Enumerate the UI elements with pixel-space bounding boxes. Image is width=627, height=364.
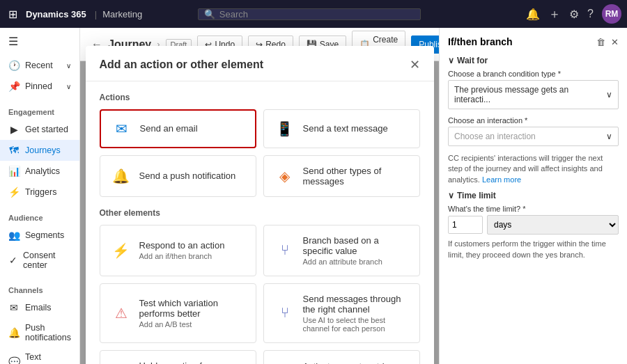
module-name: Marketing bbox=[102, 9, 142, 19]
modal-card-send-other[interactable]: ◈ Send other types of messages bbox=[263, 155, 420, 197]
modal-card-hold-action[interactable]: ⏱ Hold an action for a specific time Add… bbox=[100, 350, 256, 365]
modal-card-right-channel[interactable]: ⑂ Send messages through the right channe… bbox=[263, 283, 420, 343]
actions-section-label: Actions bbox=[100, 93, 420, 102]
content-area: ← Journey › Draft ↩ Undo ↪ Redo 💾 Save 📋 bbox=[80, 28, 439, 364]
pinned-icon: 📌 bbox=[8, 81, 20, 92]
hold-action-text: Hold an action for a specific time Add a… bbox=[139, 361, 245, 365]
help-icon[interactable]: ? bbox=[587, 8, 594, 20]
respond-action-icon: ⚡ bbox=[111, 242, 131, 259]
search-box[interactable]: 🔍 bbox=[198, 8, 421, 20]
sidebar-label-journeys: Journeys bbox=[25, 145, 61, 155]
sidebar: ☰ 🕐 Recent ∨ 📌 Pinned ∨ Engagement ▶ Get… bbox=[0, 28, 80, 364]
sms-card-label: Send a text message bbox=[303, 123, 388, 134]
sidebar-item-triggers[interactable]: ⚡ Triggers bbox=[0, 182, 79, 203]
sidebar-item-pinned[interactable]: 📌 Pinned ∨ bbox=[0, 76, 79, 97]
modal-card-send-sms[interactable]: 📱 Send a text message bbox=[263, 109, 420, 148]
search-input[interactable] bbox=[219, 9, 415, 19]
sidebar-label-pinned: Pinned bbox=[25, 81, 52, 91]
segments-icon: 👥 bbox=[8, 230, 20, 241]
settings-icon[interactable]: ⚙ bbox=[569, 8, 579, 21]
branch-value-sublabel: Add an attribute branch bbox=[303, 258, 408, 266]
actions-grid: ✉ Send an email 📱 Send a text message 🔔 … bbox=[100, 109, 420, 197]
branch-condition-chevron: ∨ bbox=[606, 90, 612, 100]
search-icon: 🔍 bbox=[204, 9, 215, 19]
other-card-label: Send other types of messages bbox=[303, 166, 408, 187]
branch-value-icon: ⑂ bbox=[275, 242, 295, 258]
bell-icon[interactable]: 🔔 bbox=[526, 8, 540, 21]
interaction-placeholder: Choose an interaction bbox=[454, 132, 536, 141]
modal-close-button[interactable]: ✕ bbox=[410, 57, 420, 72]
top-nav: ⊞ Dynamics 365 | Marketing 🔍 🔔 ＋ ⚙ ? RM bbox=[0, 0, 627, 28]
other-elements-section-label: Other elements bbox=[100, 208, 420, 218]
right-panel-header: If/then branch 🗑 ✕ bbox=[448, 36, 619, 47]
time-limit-section: ∨ Time limit bbox=[448, 191, 619, 200]
learn-more-link[interactable]: Learn more bbox=[482, 175, 521, 184]
info-text-content: CC recipients' interactions will trigger… bbox=[448, 154, 603, 184]
info-text: CC recipients' interactions will trigger… bbox=[448, 153, 619, 185]
app-grid-icon[interactable]: ⊞ bbox=[6, 5, 20, 24]
branch-value-label: Branch based on a specific value bbox=[303, 235, 408, 256]
branch-condition-dropdown[interactable]: The previous message gets an interacti..… bbox=[448, 80, 619, 109]
test-variation-icon: ⚠ bbox=[111, 305, 131, 322]
interaction-dropdown[interactable]: Choose an interaction ∨ bbox=[448, 127, 619, 146]
other-card-icon: ◈ bbox=[275, 168, 295, 184]
right-panel: If/then branch 🗑 ✕ ∨ Wait for Choose a b… bbox=[439, 28, 627, 364]
hamburger-icon[interactable]: ☰ bbox=[0, 28, 79, 55]
sidebar-item-emails[interactable]: ✉ Emails bbox=[0, 297, 79, 318]
right-channel-sublabel: Use AI to select the best channel for ea… bbox=[303, 316, 408, 333]
modal-body: Actions ✉ Send an email 📱 Send a text me… bbox=[86, 81, 434, 365]
chevron-wait: ∨ bbox=[448, 56, 454, 65]
push-card-icon: 🔔 bbox=[111, 168, 131, 184]
email-card-icon: ✉ bbox=[112, 120, 132, 137]
sidebar-item-get-started[interactable]: ▶ Get started bbox=[0, 119, 79, 140]
sidebar-label-emails: Emails bbox=[25, 303, 52, 312]
avatar[interactable]: RM bbox=[602, 4, 621, 24]
time-limit-input[interactable] bbox=[448, 216, 483, 234]
close-panel-icon[interactable]: ✕ bbox=[611, 37, 619, 47]
app-name: Dynamics 365 bbox=[26, 9, 86, 19]
branch-condition-field-label: Choose a branch condition type * bbox=[448, 70, 619, 78]
push-icon: 🔔 bbox=[8, 327, 20, 338]
right-channel-label: Send messages through the right channel bbox=[303, 294, 408, 315]
push-card-label: Send a push notification bbox=[139, 171, 236, 181]
section-label-engagement: Engagement bbox=[0, 102, 79, 119]
sidebar-item-sms[interactable]: 💬 Text messages bbox=[0, 347, 79, 364]
modal-card-branch-value[interactable]: ⑂ Branch based on a specific value Add a… bbox=[263, 225, 420, 276]
recent-icon: 🕐 bbox=[8, 60, 20, 71]
custom-trigger-label: Activate a custom trigger bbox=[303, 361, 408, 364]
sidebar-label-consent: Consent center bbox=[23, 251, 71, 270]
right-channel-icon: ⑂ bbox=[275, 305, 295, 321]
chevron-icon: ∨ bbox=[66, 62, 71, 70]
sidebar-item-push[interactable]: 🔔 Push notifications bbox=[0, 318, 79, 347]
modal-header: Add an action or other element ✕ bbox=[86, 46, 434, 81]
right-panel-title: If/then branch bbox=[448, 36, 513, 47]
sidebar-item-journeys[interactable]: 🗺 Journeys bbox=[0, 140, 79, 161]
test-variation-text: Test which variation performs better Add… bbox=[139, 298, 245, 329]
modal-title: Add an action or other element bbox=[100, 58, 264, 71]
sidebar-item-analytics[interactable]: 📊 Analytics bbox=[0, 161, 79, 182]
modal-card-custom-trigger[interactable]: ⑂ Activate a custom trigger Trigger jour… bbox=[263, 350, 420, 365]
modal-card-respond-action[interactable]: ⚡ Respond to an action Add an if/then br… bbox=[100, 225, 256, 276]
hold-action-label: Hold an action for a specific time bbox=[139, 361, 245, 365]
sidebar-item-consent[interactable]: ✓ Consent center bbox=[0, 246, 79, 275]
sidebar-item-segments[interactable]: 👥 Segments bbox=[0, 225, 79, 246]
modal-overlay: Add an action or other element ✕ Actions… bbox=[80, 61, 439, 364]
chevron-time: ∨ bbox=[448, 191, 454, 200]
modal-card-send-email[interactable]: ✉ Send an email bbox=[100, 109, 256, 148]
time-unit-select[interactable]: days hours minutes bbox=[487, 215, 619, 235]
sidebar-item-recent[interactable]: 🕐 Recent ∨ bbox=[0, 55, 79, 76]
modal-card-test-variation[interactable]: ⚠ Test which variation performs better A… bbox=[100, 283, 256, 343]
right-channel-text: Send messages through the right channel … bbox=[303, 294, 408, 333]
add-icon[interactable]: ＋ bbox=[548, 6, 561, 22]
sidebar-label-push: Push notifications bbox=[25, 323, 71, 342]
modal-card-send-push[interactable]: 🔔 Send a push notification bbox=[100, 155, 256, 197]
time-limit-field-label: What's the time limit? * bbox=[448, 205, 619, 213]
journeys-icon: 🗺 bbox=[8, 145, 20, 156]
journey-canvas: Add an action or other element ✕ Actions… bbox=[80, 61, 439, 364]
branch-condition-value: The previous message gets an interacti..… bbox=[454, 85, 606, 104]
delete-panel-icon[interactable]: 🗑 bbox=[596, 37, 605, 47]
main-layout: ☰ 🕐 Recent ∨ 📌 Pinned ∨ Engagement ▶ Get… bbox=[0, 28, 627, 364]
sidebar-label-analytics: Analytics bbox=[25, 166, 60, 176]
chevron-icon-pinned: ∨ bbox=[66, 83, 71, 90]
time-limit-description: If customers perform the trigger within … bbox=[448, 239, 619, 260]
